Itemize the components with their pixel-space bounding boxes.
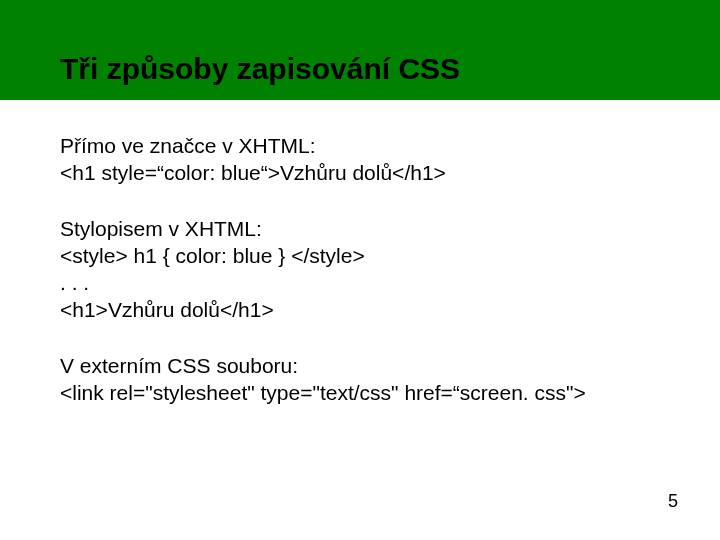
- text-line: <link rel="stylesheet" type="text/css" h…: [60, 379, 660, 406]
- text-line: <h1>Vzhůru dolů</h1>: [60, 296, 660, 323]
- text-line: V externím CSS souboru:: [60, 352, 660, 379]
- text-line: Stylopisem v XHTML:: [60, 215, 660, 242]
- text-line: Přímo ve značce v XHTML:: [60, 132, 660, 159]
- page-number: 5: [668, 491, 678, 512]
- section-inline: Přímo ve značce v XHTML: <h1 style=“colo…: [60, 132, 660, 187]
- text-line: <h1 style=“color: blue“>Vzhůru dolů</h1>: [60, 159, 660, 186]
- section-external: V externím CSS souboru: <link rel="style…: [60, 352, 660, 407]
- text-line: <style> h1 { color: blue } </style>: [60, 242, 660, 269]
- slide-title: Tři způsoby zapisování CSS: [60, 52, 460, 86]
- slide-body: Přímo ve značce v XHTML: <h1 style=“colo…: [0, 100, 720, 406]
- slide: Tři způsoby zapisování CSS Přímo ve znač…: [0, 0, 720, 540]
- section-style-block: Stylopisem v XHTML: <style> h1 { color: …: [60, 215, 660, 324]
- text-line: . . .: [60, 269, 660, 296]
- slide-header: Tři způsoby zapisování CSS: [0, 0, 720, 100]
